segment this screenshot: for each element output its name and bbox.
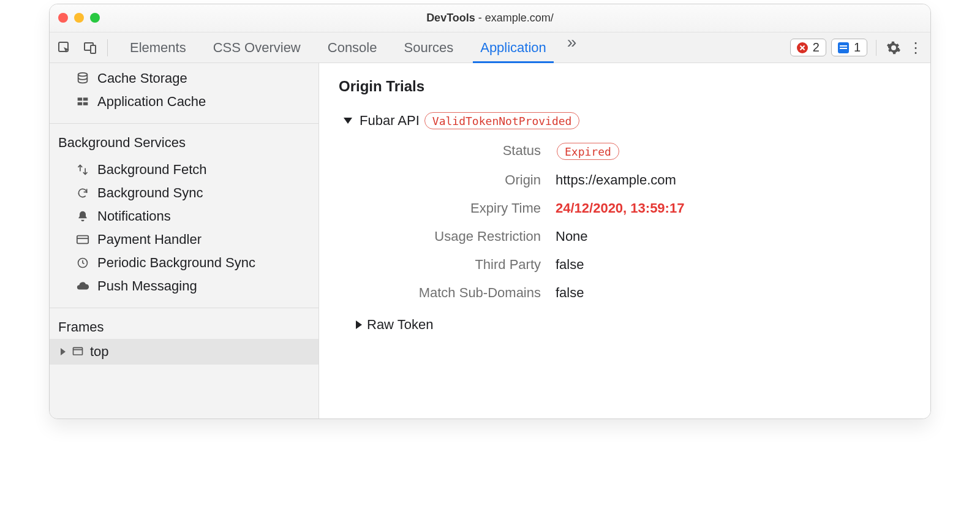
panel-title: Origin Trials [339,78,911,95]
sidebar-item-payment-handler[interactable]: Payment Handler [50,228,318,251]
title-sep: - [475,12,485,24]
transfer-icon [75,162,90,177]
title-app: DevTools [426,12,475,24]
sidebar-item-label: Push Messaging [97,278,197,294]
tab-label: Console [328,40,377,56]
sidebar-group-background-services: Background Fetch Background Sync Notific… [50,154,318,303]
close-window-button[interactable] [58,13,68,23]
raw-token-label: Raw Token [367,317,433,333]
frame-icon [72,346,84,358]
sidebar-item-background-fetch[interactable]: Background Fetch [50,158,318,181]
tab-label: CSS Overview [213,40,301,56]
window-title: DevTools - example.com/ [426,12,554,25]
trial-name: Fubar API [360,113,420,129]
sidebar-item-label: Periodic Background Sync [97,255,255,271]
sidebar-item-label: Cache Storage [97,70,187,86]
devtools-window: DevTools - example.com/ [49,4,931,419]
application-sidebar: Cache Storage Application Cache Backgrou… [50,63,319,419]
sidebar-item-periodic-background-sync[interactable]: Periodic Background Sync [50,251,318,275]
trial-header[interactable]: Fubar API ValidTokenNotProvided [339,112,911,129]
panel-body: Cache Storage Application Cache Backgrou… [50,63,930,419]
svg-rect-6 [78,102,83,105]
window-controls [58,13,100,23]
label-third-party: Third Party [353,257,556,273]
sidebar-item-background-sync[interactable]: Background Sync [50,181,318,205]
settings-icon[interactable] [885,39,902,56]
svg-point-3 [78,73,88,77]
tab-sources[interactable]: Sources [390,32,467,63]
sidebar-item-label: Background Sync [97,185,203,201]
issues-count-button[interactable]: 1 [831,39,867,56]
title-loc: example.com/ [485,12,554,24]
tab-label: Application [480,40,546,56]
label-origin: Origin [353,172,556,188]
status-badge: Expired [557,143,619,160]
sidebar-item-push-messaging[interactable]: Push Messaging [50,275,318,298]
value-status: Expired [556,143,911,160]
bell-icon [75,209,90,224]
trial-details: Status Expired Origin https://example.co… [353,143,911,301]
more-tabs-icon[interactable]: » [560,32,584,63]
value-usage: None [556,229,911,244]
label-status: Status [353,143,556,160]
value-expiry: 24/12/2020, 13:59:17 [556,200,911,216]
tab-label: Sources [404,40,453,56]
raw-token-row[interactable]: Raw Token [339,317,911,333]
svg-rect-8 [77,236,88,244]
tab-elements[interactable]: Elements [116,32,200,63]
origin-trials-panel: Origin Trials Fubar API ValidTokenNotPro… [319,63,930,419]
toolbar-separator [876,40,876,56]
device-toggle-icon[interactable] [81,39,99,56]
value-match-subdomains: false [556,285,911,301]
tab-console[interactable]: Console [314,32,391,63]
label-usage: Usage Restriction [353,229,556,244]
sync-icon [75,186,90,200]
main-toolbar: Elements CSS Overview Console Sources Ap… [50,32,930,63]
clock-icon [75,256,90,270]
value-origin: https://example.com [556,172,911,188]
error-count-button[interactable]: 2 [790,39,826,56]
svg-rect-5 [83,97,88,100]
sidebar-item-cache-storage[interactable]: Cache Storage [50,67,318,90]
chevron-right-icon [356,320,362,329]
sidebar-item-label: Background Fetch [97,162,207,178]
value-third-party: false [556,257,911,273]
toolbar-separator [107,39,108,56]
error-icon [797,42,808,53]
tab-css-overview[interactable]: CSS Overview [200,32,314,63]
expand-icon [61,348,66,355]
frame-label: top [90,344,109,360]
svg-rect-2 [91,45,96,53]
more-menu-icon[interactable]: ⋮ [907,39,924,56]
sidebar-section-background-services: Background Services [50,129,318,154]
sidebar-divider [50,308,318,308]
error-count: 2 [813,40,820,55]
sidebar-item-application-cache[interactable]: Application Cache [50,90,318,113]
zoom-window-button[interactable] [90,13,100,23]
label-match-subdomains: Match Sub-Domains [353,285,556,301]
minimize-window-button[interactable] [74,13,84,23]
sidebar-item-label: Notifications [97,208,171,224]
sidebar-section-frames: Frames [50,313,318,339]
issues-count: 1 [854,40,861,55]
issues-icon [838,42,849,53]
token-error-badge: ValidTokenNotProvided [424,112,580,129]
sidebar-item-notifications[interactable]: Notifications [50,205,318,228]
panel-tabs: Elements CSS Overview Console Sources Ap… [116,32,584,63]
cloud-icon [75,279,90,294]
inspect-element-icon[interactable] [56,39,73,56]
grid-icon [75,94,90,109]
svg-rect-4 [78,97,83,100]
database-icon [75,71,90,86]
sidebar-divider [50,123,318,124]
sidebar-item-frame-top[interactable]: top [50,339,318,365]
titlebar: DevTools - example.com/ [50,4,930,32]
tab-application[interactable]: Application [467,32,560,63]
label-expiry: Expiry Time [353,200,556,216]
sidebar-item-label: Payment Handler [97,232,202,248]
svg-rect-10 [74,347,83,355]
svg-rect-7 [83,102,88,105]
sidebar-group-cache: Cache Storage Application Cache [50,63,318,118]
chevron-down-icon [344,118,352,124]
tab-label: Elements [130,40,186,56]
